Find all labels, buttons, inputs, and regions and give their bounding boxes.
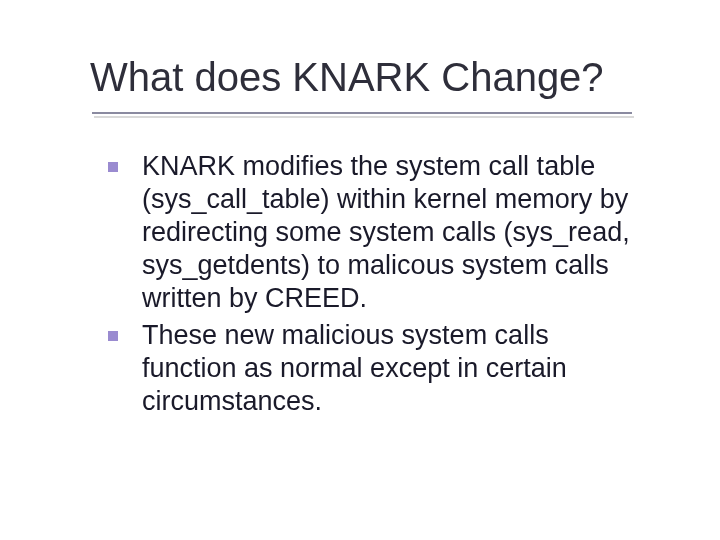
slide-body: KNARK modifies the system call table (sy… <box>108 150 648 422</box>
slide-title: What does KNARK Change? <box>90 55 604 99</box>
square-bullet-icon <box>108 331 118 341</box>
list-item: These new malicious system calls functio… <box>108 319 648 418</box>
slide: What does KNARK Change? KNARK modifies t… <box>0 0 720 540</box>
list-item-text: KNARK modifies the system call table (sy… <box>142 151 630 313</box>
list-item: KNARK modifies the system call table (sy… <box>108 150 648 315</box>
title-underline <box>92 112 632 114</box>
square-bullet-icon <box>108 162 118 172</box>
title-underline-shadow <box>94 116 634 118</box>
list-item-text: These new malicious system calls functio… <box>142 320 567 416</box>
